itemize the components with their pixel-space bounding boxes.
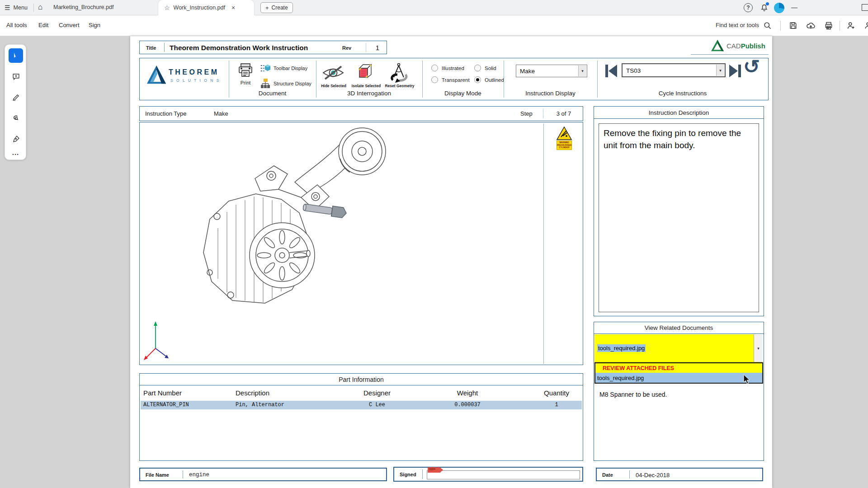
- menubar-edit[interactable]: Edit: [38, 22, 48, 28]
- signed-label: Signed: [400, 472, 416, 477]
- col-quantity: Quantity: [534, 389, 579, 397]
- file-name-value[interactable]: engine: [189, 472, 209, 478]
- cycle-instructions-select[interactable]: TS03 ▾: [622, 63, 726, 77]
- save-icon[interactable]: [789, 21, 797, 30]
- radio-solid[interactable]: [474, 65, 481, 71]
- share-cloud-upload-icon[interactable]: [806, 21, 816, 30]
- part-table-row[interactable]: ALTERNATOR_PIN Pin, Alternator C Lee 0.0…: [141, 401, 582, 409]
- isolate-selected-icon[interactable]: [356, 63, 374, 83]
- instruction-type-label: Instruction Type: [145, 110, 187, 117]
- printer-icon[interactable]: [237, 63, 254, 78]
- form-toolbar: THEOREM S O L U T I O N S Print Toolbar …: [139, 58, 769, 100]
- col-weight: Weight: [431, 389, 504, 397]
- pencil-icon: [12, 93, 20, 102]
- toolbar-display-label[interactable]: Toolbar Display: [274, 66, 307, 71]
- home-icon[interactable]: ⌂: [38, 3, 42, 12]
- file-name-field-group: File Name engine: [139, 468, 387, 481]
- find-label[interactable]: Find text or tools: [716, 22, 759, 28]
- hamburger-icon: ☰: [5, 4, 10, 11]
- more-tools-icon[interactable]: •••: [5, 152, 27, 157]
- step-label: Step: [520, 110, 533, 117]
- minimize-button[interactable]: —: [791, 4, 797, 11]
- dropdown-group-header: REVIEW ATTACHED FILES: [595, 363, 762, 373]
- menubar-convert[interactable]: Convert: [59, 22, 80, 28]
- signature-flag-icon[interactable]: [428, 467, 443, 473]
- menu-button[interactable]: ☰ Menu: [5, 0, 28, 15]
- signed-field-group: Signed: [393, 467, 583, 482]
- col-part-number: Part Number: [143, 389, 182, 397]
- structure-display-label[interactable]: Structure Display: [274, 81, 311, 86]
- select-tool-button[interactable]: [9, 48, 23, 63]
- close-tab-icon[interactable]: ×: [231, 4, 235, 11]
- step-value[interactable]: 3 of 7: [547, 110, 581, 117]
- rev-value[interactable]: 1: [368, 44, 387, 52]
- reset-geometry-icon[interactable]: [387, 62, 410, 84]
- highlight-tool-button[interactable]: [9, 90, 23, 104]
- divider: [366, 43, 366, 52]
- acrobat-window: ☰ Menu ⌂ Marketing_Brochure.pdf ☆ Work_I…: [0, 0, 868, 488]
- dropdown-arrow-icon[interactable]: ▾: [578, 66, 586, 76]
- interrogation-section-caption: 3D Interrogation: [316, 90, 422, 97]
- instruction-display-select[interactable]: Make ▾: [516, 65, 587, 77]
- mouse-cursor-icon: [743, 375, 750, 385]
- viewport-3d[interactable]: WARNING PRESSURISED CYLINDER: [139, 122, 583, 365]
- instruction-type-value[interactable]: Make: [214, 110, 228, 117]
- restore-window-button[interactable]: [862, 4, 868, 11]
- isolate-selected-label: Isolate Selected: [350, 84, 382, 88]
- structure-display-icon[interactable]: [260, 78, 271, 89]
- alternator-3d-model[interactable]: [142, 123, 542, 363]
- comment-tool-button[interactable]: [9, 69, 23, 84]
- menubar-all-tools[interactable]: All tools: [6, 22, 27, 28]
- divider: [33, 4, 34, 12]
- print-icon[interactable]: [824, 21, 833, 30]
- signature-field[interactable]: [427, 470, 580, 479]
- combobox-arrow-icon[interactable]: ▾: [754, 334, 763, 362]
- title-value[interactable]: Theorem Demonstration Work Instruction: [170, 44, 308, 52]
- hide-selected-label: Hide Selected: [318, 84, 349, 88]
- selected-file-value: tools_required.jpg: [597, 344, 646, 352]
- help-icon[interactable]: ?: [744, 3, 753, 12]
- radio-illustrated[interactable]: [431, 65, 438, 71]
- radio-illustrated-label: Illustrated: [442, 66, 464, 71]
- cell-description: Pin, Alternator: [236, 402, 284, 408]
- related-documents-combobox[interactable]: tools_required.jpg ▾: [594, 334, 763, 362]
- cycle-instructions-value: TS03: [626, 67, 641, 74]
- clipped-tool-icon[interactable]: [863, 21, 868, 30]
- radio-outlined[interactable]: [474, 76, 481, 83]
- file-name-label: File Name: [146, 472, 169, 478]
- sign-tool-button[interactable]: [9, 131, 23, 146]
- warning-label: WARNING PRESSURISED CYLINDER: [557, 126, 572, 150]
- cadpublish-triangle-icon: [711, 39, 724, 52]
- hide-selected-icon[interactable]: [321, 64, 345, 82]
- tab-bar: ☰ Menu ⌂ Marketing_Brochure.pdf ☆ Work_I…: [0, 0, 868, 15]
- notifications-button[interactable]: [760, 3, 769, 12]
- instruction-description-header: Instruction Description: [594, 107, 764, 119]
- instruction-display-value: Make: [520, 68, 535, 75]
- create-button[interactable]: + Create: [260, 2, 293, 13]
- instruction-description-text[interactable]: Remove the fixing pin to remove the unit…: [599, 123, 759, 312]
- theorem-subtitle: S O L U T I O N S: [170, 78, 220, 83]
- instruction-display-section-caption: Instruction Display: [504, 90, 597, 97]
- tab-marketing-brochure[interactable]: Marketing_Brochure.pdf: [53, 4, 113, 10]
- reset-geometry-label: Reset Geometry: [384, 84, 415, 88]
- menubar-sign[interactable]: Sign: [89, 22, 100, 28]
- create-label: Create: [272, 5, 288, 11]
- avatar[interactable]: [774, 3, 784, 13]
- cadpublish-text: CADPublish: [726, 42, 765, 50]
- draw-tool-button[interactable]: [9, 111, 23, 125]
- next-instruction-button[interactable]: [729, 64, 742, 78]
- dropdown-arrow-icon[interactable]: ▾: [716, 65, 724, 76]
- col-designer: Designer: [341, 389, 413, 397]
- replay-instruction-button[interactable]: ↺: [743, 56, 760, 78]
- radio-transparent[interactable]: [431, 76, 438, 83]
- request-signature-icon[interactable]: [846, 21, 856, 30]
- star-icon[interactable]: ☆: [164, 4, 170, 11]
- tab-work-instruction[interactable]: ☆ Work_Instruction.pdf ×: [158, 0, 254, 15]
- cell-weight: 0.000037: [431, 402, 504, 408]
- toolbar-display-icon[interactable]: [260, 64, 271, 74]
- date-value[interactable]: 04-Dec-2018: [636, 472, 670, 479]
- search-icon[interactable]: [763, 21, 772, 30]
- previous-instruction-button[interactable]: [604, 64, 617, 78]
- dropdown-item-tools-required[interactable]: tools_required.jpg: [595, 373, 762, 383]
- lasso-icon: [12, 114, 20, 122]
